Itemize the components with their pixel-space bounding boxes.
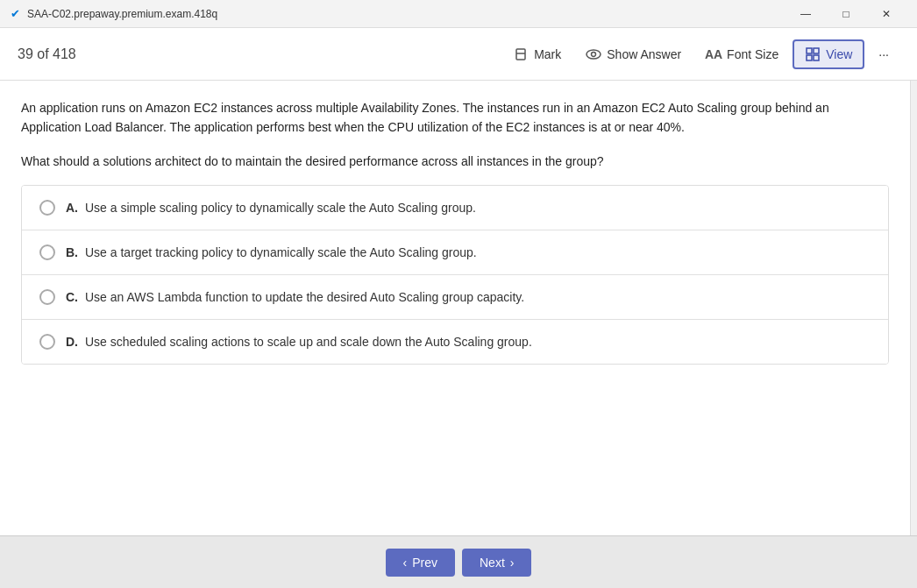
toolbar-right: Mark Show Answer AA Font Size (502, 39, 899, 69)
option-text: Use scheduled scaling actions to scale u… (85, 335, 532, 349)
maximize-button[interactable]: □ (826, 0, 866, 28)
more-button[interactable]: ··· (868, 42, 899, 67)
next-button[interactable]: Next › (462, 549, 531, 577)
svg-rect-4 (807, 48, 812, 53)
font-size-icon: AA (706, 46, 722, 62)
next-label: Next (480, 556, 505, 570)
mark-button[interactable]: Mark (502, 41, 572, 67)
option-letter: D. (66, 335, 78, 349)
font-size-button[interactable]: AA Font Size (695, 41, 789, 67)
option-letter: B. (66, 245, 78, 259)
view-icon (805, 46, 821, 62)
font-size-label: Font Size (727, 47, 778, 61)
question-ask: What should a solutions architect do to … (21, 152, 889, 171)
content-wrapper: An application runs on Amazon EC2 instan… (0, 81, 917, 535)
option-text: Use an AWS Lambda function to update the… (85, 290, 524, 304)
svg-point-2 (586, 50, 601, 59)
eye-icon (586, 46, 601, 62)
title-bar-title: SAA-C02.prepaway.premium.exam.418q (27, 8, 217, 20)
content-area: An application runs on Amazon EC2 instan… (0, 81, 910, 535)
next-chevron-icon: › (510, 556, 515, 570)
svg-point-3 (592, 52, 596, 56)
show-answer-button[interactable]: Show Answer (575, 41, 692, 67)
bookmark-icon (513, 46, 529, 62)
option-text: Use a simple scaling policy to dynamical… (85, 201, 476, 215)
option-text: Use a target tracking policy to dynamica… (85, 245, 477, 259)
minimize-button[interactable]: — (785, 0, 826, 28)
option-radio (39, 244, 55, 260)
svg-rect-5 (814, 48, 819, 53)
option-letter: A. (66, 201, 78, 215)
svg-rect-6 (807, 55, 812, 60)
title-bar-left: ✔ SAA-C02.prepaway.premium.exam.418q (11, 7, 217, 20)
show-answer-label: Show Answer (607, 47, 681, 61)
svg-rect-7 (814, 55, 819, 60)
option-item[interactable]: C. Use an AWS Lambda function to update … (22, 275, 888, 320)
option-radio (39, 289, 55, 305)
view-label: View (826, 47, 852, 61)
scrollbar[interactable] (910, 81, 917, 535)
close-button[interactable]: ✕ (866, 0, 906, 28)
option-radio (39, 200, 55, 216)
option-radio (39, 334, 55, 350)
options-list: A. Use a simple scaling policy to dynami… (21, 185, 889, 365)
option-item[interactable]: A. Use a simple scaling policy to dynami… (22, 186, 888, 230)
prev-button[interactable]: ‹ Prev (386, 549, 455, 577)
svg-rect-0 (516, 49, 525, 60)
prev-chevron-icon: ‹ (403, 556, 408, 570)
title-bar: ✔ SAA-C02.prepaway.premium.exam.418q — □… (0, 0, 917, 28)
prev-label: Prev (412, 556, 437, 570)
question-body: An application runs on Amazon EC2 instan… (21, 98, 889, 138)
view-button[interactable]: View (793, 39, 864, 69)
more-icon: ··· (878, 47, 889, 61)
option-item[interactable]: B. Use a target tracking policy to dynam… (22, 230, 888, 275)
option-letter: C. (66, 290, 78, 304)
option-item[interactable]: D. Use scheduled scaling actions to scal… (22, 320, 888, 364)
title-bar-controls: — □ ✕ (785, 0, 906, 28)
progress-label: 39 of 418 (18, 46, 76, 62)
bottom-bar: ‹ Prev Next › (0, 535, 917, 588)
title-bar-icon: ✔ (11, 7, 20, 20)
toolbar: 39 of 418 Mark Show Answer AA Font Size (0, 28, 917, 81)
mark-label: Mark (534, 47, 561, 61)
